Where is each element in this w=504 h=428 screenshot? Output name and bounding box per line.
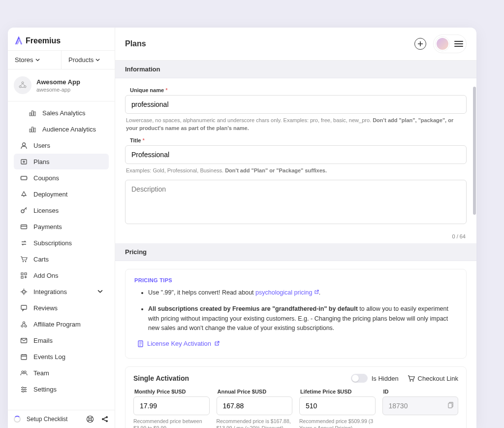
sidebar-item-label: Integrations bbox=[33, 288, 67, 296]
sidebar-item-subscriptions[interactable]: Subscriptions bbox=[14, 235, 109, 251]
annual-price-input[interactable] bbox=[217, 396, 293, 415]
svg-rect-4 bbox=[32, 111, 33, 116]
page-title: Plans bbox=[125, 39, 146, 48]
sidebar-item-settings[interactable]: Settings bbox=[14, 381, 109, 397]
sidebar-item-audience-analytics[interactable]: Audience Analytics bbox=[14, 121, 109, 137]
tips-heading: PRICING TIPS bbox=[134, 277, 457, 283]
repeat-icon bbox=[20, 239, 28, 247]
sidebar-item-deployment[interactable]: Deployment bbox=[14, 186, 109, 202]
external-link-icon bbox=[314, 290, 319, 295]
cart-icon bbox=[20, 255, 28, 263]
sidebar-item-carts[interactable]: Carts bbox=[14, 251, 109, 267]
setup-checklist-link[interactable]: Setup Checklist bbox=[27, 416, 67, 423]
sidebar-item-plans[interactable]: Plans bbox=[14, 154, 109, 169]
sidebar-item-reviews[interactable]: Reviews bbox=[14, 300, 109, 316]
svg-rect-19 bbox=[25, 273, 27, 275]
chevron-down-icon bbox=[35, 58, 40, 62]
add-button[interactable] bbox=[414, 38, 426, 50]
app-slug: awesome-app bbox=[36, 87, 80, 93]
card-icon bbox=[20, 223, 28, 230]
svg-point-23 bbox=[21, 325, 23, 327]
sidebar-item-events-log[interactable]: Events Log bbox=[14, 349, 109, 364]
checkout-link-button[interactable]: Checkout Link bbox=[408, 375, 458, 382]
svg-rect-11 bbox=[21, 176, 27, 180]
lifetime-rec: Recommended price $509.99 (3 Years x Ann… bbox=[299, 418, 376, 428]
title-help: Examples: Gold, Professional, Business. … bbox=[126, 167, 466, 175]
annual-rec: Recommended price is $167.88, $13.99 / m… bbox=[217, 418, 293, 428]
sidebar-item-label: Add Ons bbox=[33, 272, 59, 279]
lifetime-price-input[interactable] bbox=[299, 396, 376, 415]
menu-button[interactable] bbox=[454, 41, 463, 47]
tip-item: All subscriptions created by Freemius ar… bbox=[148, 304, 457, 333]
sidebar-item-label: Affiliate Program bbox=[33, 321, 81, 328]
license-key-activation-link[interactable]: License Key Activation bbox=[147, 340, 211, 347]
bar-chart-icon bbox=[29, 125, 36, 133]
sidebar-item-team[interactable]: Team bbox=[14, 365, 109, 381]
sidebar-item-payments[interactable]: Payments bbox=[14, 219, 109, 234]
sidebar-item-label: Team bbox=[33, 369, 49, 377]
svg-rect-27 bbox=[21, 355, 27, 360]
pricing-tips: PRICING TIPS Use ".99", it helps convert… bbox=[125, 269, 467, 359]
main-area: Plans Information Unique name Lowercase,… bbox=[115, 28, 476, 428]
description-textarea[interactable] bbox=[125, 180, 467, 224]
nav-products[interactable]: Products bbox=[62, 51, 115, 69]
sidebar-item-sales-analytics[interactable]: Sales Analytics bbox=[14, 105, 109, 121]
mail-icon bbox=[20, 336, 28, 344]
app-name: Awesome App bbox=[36, 78, 80, 86]
share-icon[interactable] bbox=[101, 415, 109, 423]
sidebar-item-emails[interactable]: Emails bbox=[14, 332, 109, 348]
avatar[interactable] bbox=[436, 37, 449, 51]
psychological-pricing-link[interactable]: psychological pricing bbox=[255, 289, 319, 296]
chevron-down-icon bbox=[95, 58, 100, 62]
svg-rect-8 bbox=[34, 128, 35, 132]
spinner-icon bbox=[14, 416, 21, 423]
sidebar-item-integrations[interactable]: Integrations bbox=[14, 284, 109, 299]
unique-name-input[interactable] bbox=[125, 95, 467, 114]
copy-icon[interactable] bbox=[448, 402, 454, 410]
sidebar-item-label: Carts bbox=[33, 256, 49, 263]
id-label: ID bbox=[383, 389, 459, 395]
svg-rect-42 bbox=[448, 403, 452, 408]
sidebar-menu: Sales AnalyticsAudience AnalyticsUsersPl… bbox=[8, 101, 115, 410]
monthly-price-input[interactable] bbox=[133, 396, 210, 415]
selected-app[interactable]: Awesome App awesome-app bbox=[8, 69, 115, 101]
id-display[interactable] bbox=[382, 396, 459, 415]
svg-rect-21 bbox=[23, 291, 25, 293]
sidebar-item-label: Deployment bbox=[33, 191, 67, 198]
sidebar-item-label: Emails bbox=[33, 337, 53, 344]
svg-point-17 bbox=[25, 261, 26, 262]
sidebar-item-licenses[interactable]: Licenses bbox=[14, 202, 109, 218]
doc-icon bbox=[137, 340, 144, 347]
affiliate-icon bbox=[20, 320, 28, 328]
chevron-down-icon bbox=[97, 288, 103, 296]
plans-icon bbox=[20, 158, 28, 165]
monthly-price-label: Monthly Price $USD bbox=[134, 389, 210, 395]
sidebar: Freemius Stores Products Awesome App awe… bbox=[8, 28, 115, 428]
is-hidden-label: Is Hidden bbox=[372, 375, 399, 382]
lifebuoy-icon[interactable] bbox=[86, 415, 94, 423]
sidebar-item-add-ons[interactable]: Add Ons bbox=[14, 267, 109, 283]
svg-point-37 bbox=[106, 420, 108, 422]
sliders-icon bbox=[20, 385, 28, 393]
svg-point-13 bbox=[26, 177, 27, 178]
is-hidden-toggle[interactable] bbox=[351, 374, 368, 383]
calendar-icon bbox=[20, 353, 28, 361]
svg-point-16 bbox=[22, 261, 23, 262]
tip-item: Use ".99", it helps convert! Read about … bbox=[148, 288, 457, 297]
sidebar-item-affiliate-program[interactable]: Affiliate Program bbox=[14, 316, 109, 332]
nav-stores[interactable]: Stores bbox=[8, 51, 62, 69]
svg-rect-3 bbox=[30, 113, 31, 116]
sidebar-item-users[interactable]: Users bbox=[14, 137, 109, 153]
brand-logo: Freemius bbox=[8, 28, 115, 50]
topbar: Plans bbox=[115, 28, 476, 61]
bar-chart-icon bbox=[29, 109, 36, 117]
svg-point-40 bbox=[412, 380, 413, 381]
title-input[interactable] bbox=[125, 145, 467, 164]
scrollbar[interactable] bbox=[472, 28, 476, 428]
sidebar-item-coupons[interactable]: Coupons bbox=[14, 170, 109, 186]
freemius-logo-icon bbox=[15, 36, 23, 45]
svg-point-25 bbox=[23, 322, 25, 324]
sidebar-item-label: Audience Analytics bbox=[42, 126, 96, 133]
section-pricing: Pricing bbox=[115, 243, 476, 261]
svg-point-34 bbox=[89, 418, 92, 421]
